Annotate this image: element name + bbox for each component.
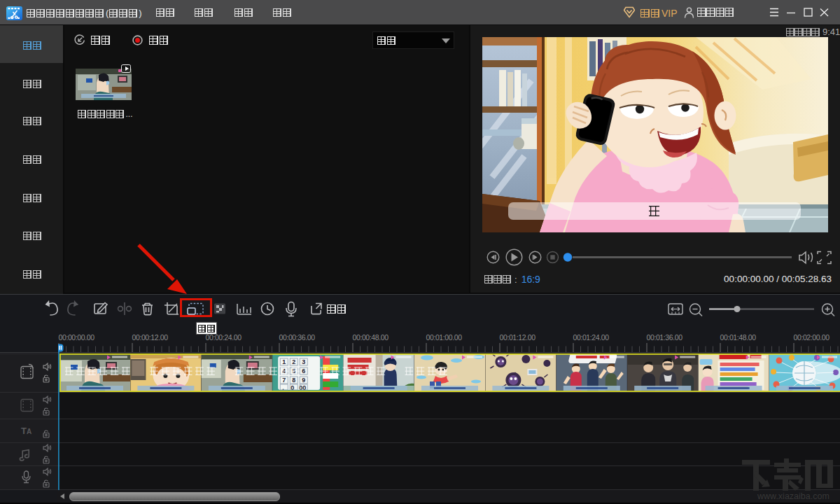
svg-text:2: 2 — [292, 358, 295, 365]
svg-text:6: 6 — [302, 368, 305, 374]
svg-text:8: 8 — [292, 377, 295, 384]
svg-text:.: . — [282, 384, 284, 391]
svg-text:7: 7 — [282, 377, 286, 384]
svg-text:9: 9 — [302, 377, 305, 384]
svg-text:TA: TA — [21, 426, 31, 436]
svg-text:1: 1 — [282, 358, 286, 365]
svg-text:www.xiazaiba.com: www.xiazaiba.com — [757, 491, 830, 501]
svg-text:0: 0 — [290, 384, 294, 391]
svg-text:3: 3 — [302, 358, 305, 365]
svg-text:00: 00 — [299, 384, 306, 391]
